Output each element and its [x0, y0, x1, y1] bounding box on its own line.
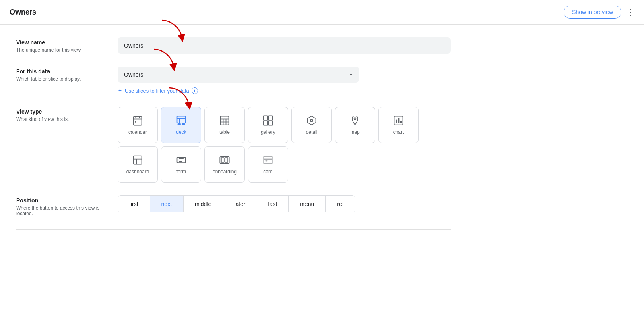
map-icon: [349, 115, 361, 126]
chart-icon: [393, 115, 404, 126]
onboarding-icon: [219, 154, 230, 166]
view-name-label: View name: [16, 39, 105, 46]
detail-icon: [306, 115, 317, 126]
svg-marker-22: [308, 116, 316, 125]
view-type-dashboard-label: dashboard: [126, 169, 149, 175]
view-type-onboarding-label: onboarding: [213, 169, 237, 175]
position-last[interactable]: last: [257, 196, 289, 212]
show-preview-button[interactable]: Show in preview: [564, 6, 621, 19]
for-this-data-label-col: For this data Which table or slice to di…: [16, 67, 105, 82]
svg-rect-38: [225, 158, 228, 162]
calendar-icon: [132, 115, 143, 126]
position-next[interactable]: next: [150, 196, 184, 212]
view-type-deck-label: deck: [176, 129, 186, 135]
header: Owners Show in preview ⋮: [0, 0, 644, 25]
view-type-row-1: calendar: [118, 107, 451, 143]
position-label-col: Position Where the button to access this…: [16, 195, 105, 216]
svg-rect-20: [263, 121, 268, 125]
for-this-data-desc: Which table or slice to display.: [16, 76, 105, 82]
view-type-card[interactable]: card: [248, 146, 288, 183]
view-name-row: View name The unique name for this view.: [16, 37, 451, 54]
svg-rect-6: [135, 121, 136, 123]
view-name-input[interactable]: [118, 37, 451, 54]
data-source-select[interactable]: Owners: [118, 67, 359, 83]
gallery-icon: [262, 115, 274, 126]
position-row: Position Where the button to access this…: [16, 195, 451, 216]
view-name-desc: The unique name for this view.: [16, 47, 105, 53]
svg-rect-39: [264, 156, 272, 164]
svg-rect-2: [134, 117, 142, 125]
content-area: View name The unique name for this view.: [0, 25, 483, 243]
view-type-chart-label: chart: [393, 129, 404, 135]
header-actions: Show in preview ⋮: [564, 6, 634, 19]
view-type-gallery[interactable]: gallery: [248, 107, 288, 143]
view-type-chart[interactable]: chart: [378, 107, 419, 143]
svg-rect-26: [396, 120, 397, 123]
position-menu[interactable]: menu: [289, 196, 326, 212]
view-type-table[interactable]: table: [204, 107, 245, 143]
svg-rect-19: [268, 116, 273, 120]
table-icon: [219, 115, 230, 126]
svg-rect-8: [177, 116, 186, 123]
view-name-input-col: [118, 37, 451, 54]
view-type-row-2: dashboard form: [118, 146, 451, 183]
position-later[interactable]: later: [223, 196, 257, 212]
slices-link-text: Use slices to filter your data: [125, 88, 189, 94]
view-type-detail[interactable]: detail: [291, 107, 332, 143]
svg-rect-21: [268, 121, 273, 125]
position-input-col: first next middle later last menu ref: [118, 195, 451, 212]
view-type-calendar[interactable]: calendar: [118, 107, 158, 143]
view-type-form-label: form: [176, 169, 186, 175]
view-type-label-col: View type What kind of view this is.: [16, 107, 105, 122]
position-first[interactable]: first: [118, 196, 150, 212]
page-title: Owners: [10, 8, 36, 17]
more-options-icon[interactable]: ⋮: [626, 7, 634, 17]
view-type-card-label: card: [263, 169, 272, 175]
position-ref[interactable]: ref: [326, 196, 355, 212]
view-type-calendar-label: calendar: [128, 129, 147, 135]
svg-rect-13: [221, 116, 229, 125]
for-this-data-label: For this data: [16, 68, 105, 75]
view-type-map-label: map: [350, 129, 359, 135]
svg-rect-37: [221, 158, 224, 162]
view-type-grid: calendar: [118, 107, 451, 183]
card-icon: [262, 154, 274, 166]
view-type-dashboard[interactable]: dashboard: [118, 146, 158, 183]
sparkle-icon: ✦: [118, 87, 122, 94]
position-middle[interactable]: middle: [184, 196, 223, 212]
svg-rect-27: [398, 118, 400, 123]
svg-rect-11: [178, 123, 181, 125]
view-type-label: View type: [16, 108, 105, 115]
view-type-gallery-label: gallery: [261, 129, 275, 135]
svg-rect-28: [400, 121, 402, 123]
bottom-divider: [16, 229, 451, 230]
view-type-deck[interactable]: deck: [161, 107, 201, 143]
svg-point-23: [310, 119, 313, 122]
svg-rect-29: [134, 156, 142, 164]
view-type-desc: What kind of view this is.: [16, 116, 105, 122]
view-type-table-label: table: [219, 129, 230, 135]
svg-rect-18: [263, 116, 268, 120]
svg-rect-12: [182, 123, 185, 125]
dashboard-icon: [132, 154, 143, 166]
svg-point-24: [354, 118, 356, 120]
position-buttons: first next middle later last menu ref: [118, 195, 355, 212]
for-this-data-row: For this data Which table or slice to di…: [16, 67, 451, 94]
for-this-data-input-col: Owners ✦ Use slices to filter your data …: [118, 67, 451, 94]
slices-link[interactable]: ✦ Use slices to filter your data i: [118, 87, 451, 94]
position-desc: Where the button to access this view is …: [16, 205, 105, 216]
view-type-row: View type What kind of view this is.: [16, 107, 451, 183]
position-label: Position: [16, 197, 105, 204]
view-type-map[interactable]: map: [335, 107, 375, 143]
view-type-input-col: calendar: [118, 107, 451, 183]
view-name-label-col: View name The unique name for this view.: [16, 37, 105, 53]
view-type-onboarding[interactable]: onboarding: [204, 146, 245, 183]
view-type-form[interactable]: form: [161, 146, 201, 183]
view-type-detail-label: detail: [306, 129, 318, 135]
form-icon: [175, 154, 187, 166]
info-icon: i: [192, 87, 198, 94]
deck-icon: [175, 115, 187, 126]
